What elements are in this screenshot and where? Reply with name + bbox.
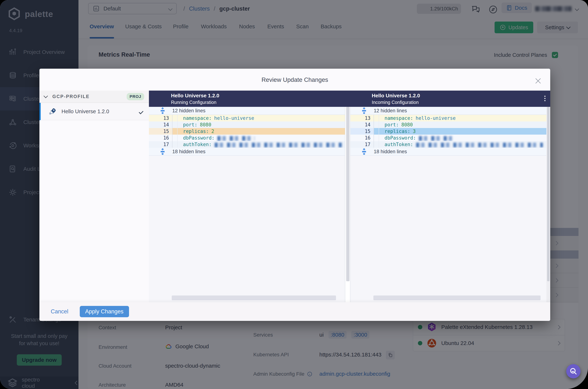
line-number: 14 <box>350 122 374 128</box>
yaml-value: 8080 <box>200 122 211 128</box>
yaml-key: replicas: <box>183 128 209 135</box>
app-window: palette 4.4.19 Project Overview Profiles… <box>0 0 588 389</box>
code-line: 16 dbPassword: <box>149 135 345 141</box>
horizontal-scrollbar[interactable] <box>373 295 541 300</box>
modal-title: Review Update Changes <box>39 76 550 83</box>
hidden-lines-label: 18 hidden lines <box>172 149 206 155</box>
line-number: 15 <box>350 128 374 135</box>
right-scrollbar-gutter <box>546 107 550 302</box>
code-line-changed: 15 replicas:2 <box>149 128 345 135</box>
line-number: 13 <box>350 115 374 122</box>
code-line: 17 authToken: <box>149 141 345 148</box>
kebab-menu-icon[interactable] <box>544 96 545 97</box>
modal-footer: Cancel Apply Changes <box>39 302 550 321</box>
redacted-value <box>217 136 255 141</box>
profile-panel: GCP-PROFILE PROJ Hello Universe 1.2.0 <box>39 91 149 302</box>
diff-area: Hello Universe 1.2.0 Running Configurati… <box>149 91 550 302</box>
code-line: 16 dbPassword: <box>350 135 546 141</box>
yaml-value: hello-universe <box>214 115 254 122</box>
magnifier-face-icon <box>569 367 578 376</box>
running-pane-title: Hello Universe 1.2.0 <box>171 93 219 99</box>
horizontal-scrollbar[interactable] <box>172 295 336 300</box>
line-number: 16 <box>350 135 374 141</box>
hidden-lines-row[interactable]: 12 hidden lines <box>149 107 345 115</box>
apply-changes-button[interactable]: Apply Changes <box>80 306 129 317</box>
yaml-key: namespace: <box>183 115 212 122</box>
hidden-lines-row[interactable]: 18 hidden lines <box>149 148 345 156</box>
yaml-key: namespace: <box>384 115 413 122</box>
check-icon <box>139 108 143 115</box>
line-number: 13 <box>149 115 173 122</box>
yaml-key: replicas: <box>384 128 410 135</box>
yaml-key: dbPassword: <box>183 135 214 141</box>
rocket-icon <box>48 107 57 116</box>
incoming-config-pane: 12 hidden lines 13 namespace:hello-unive… <box>350 107 546 302</box>
profile-pack-item[interactable]: Hello Universe 1.2.0 <box>39 103 149 120</box>
yaml-key: port: <box>384 122 399 128</box>
code-line: 14 port:8080 <box>350 122 546 128</box>
unfold-icon <box>361 148 368 155</box>
line-number: 15 <box>149 128 173 135</box>
profile-pack-name: Hello Universe 1.2.0 <box>61 108 109 115</box>
hidden-lines-row[interactable]: 18 hidden lines <box>350 148 546 156</box>
vertical-scrollbar-gutter <box>345 107 350 302</box>
hidden-lines-row[interactable]: 12 hidden lines <box>350 107 546 115</box>
code-line-changed: 15 replicas:3 <box>350 128 546 135</box>
profile-group-header[interactable]: GCP-PROFILE PROJ <box>39 91 149 103</box>
redacted-value <box>416 143 543 147</box>
hidden-lines-label: 12 hidden lines <box>172 108 206 114</box>
vertical-scrollbar[interactable] <box>547 107 550 281</box>
vertical-scrollbar[interactable] <box>346 107 350 281</box>
review-update-changes-modal: Review Update Changes GCP-PROFILE PROJ H… <box>39 69 550 321</box>
incoming-pane-title: Hello Universe 1.2.0 <box>372 93 420 99</box>
unfold-icon <box>159 107 166 114</box>
yaml-value: 8080 <box>401 122 413 128</box>
incoming-pane-subtitle: Incoming Configuration <box>372 100 419 105</box>
redacted-value <box>419 136 453 141</box>
hidden-lines-label: 18 hidden lines <box>374 149 407 155</box>
unfold-icon <box>159 148 166 155</box>
code-line: 17 authToken: <box>350 141 546 148</box>
code-line: 13 namespace:hello-universe <box>350 115 546 122</box>
line-number: 17 <box>149 141 173 148</box>
running-config-pane: 12 hidden lines 13 namespace:hello-unive… <box>149 107 345 302</box>
close-icon[interactable] <box>535 77 541 84</box>
code-line: 14 port:8080 <box>149 122 345 128</box>
unfold-icon <box>361 107 368 114</box>
yaml-value: 2 <box>211 128 214 135</box>
profile-group-name: GCP-PROFILE <box>52 94 89 99</box>
running-pane-subtitle: Running Configuration <box>171 100 216 105</box>
yaml-key: port: <box>183 122 197 128</box>
line-number: 14 <box>149 122 173 128</box>
yaml-key: authToken: <box>183 141 212 148</box>
code-line: 13 namespace:hello-universe <box>149 115 345 122</box>
hidden-lines-label: 12 hidden lines <box>374 108 407 114</box>
redacted-value <box>215 143 342 147</box>
chevron-down-icon <box>43 94 48 98</box>
yaml-key: authToken: <box>384 141 413 148</box>
scope-badge: PROJ <box>127 93 144 100</box>
line-number: 17 <box>350 141 374 148</box>
yaml-key: dbPassword: <box>384 135 416 141</box>
diff-header: Hello Universe 1.2.0 Running Configurati… <box>149 91 550 107</box>
yaml-value: hello-universe <box>416 115 456 122</box>
yaml-value: 3 <box>413 128 416 135</box>
line-number: 16 <box>149 135 173 141</box>
help-search-fab[interactable] <box>566 364 581 378</box>
cancel-button[interactable]: Cancel <box>50 308 69 315</box>
